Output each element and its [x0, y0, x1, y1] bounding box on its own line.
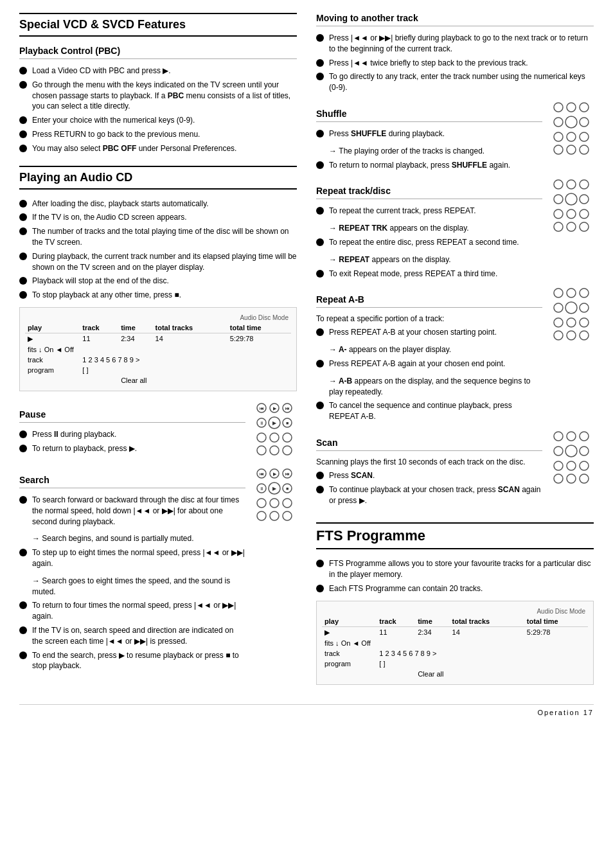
- repeat-ab-intro: To repeat a specific portion of a track:: [316, 314, 542, 323]
- svg-point-71: [580, 331, 589, 340]
- repeat-remote-icon: [549, 177, 594, 240]
- display-header-row: Audio Disc Mode: [25, 313, 291, 323]
- search-item-1: To search forward or backward through th…: [19, 495, 245, 527]
- svg-point-46: [567, 145, 576, 154]
- svg-point-83: [580, 474, 589, 483]
- svg-point-53: [580, 195, 589, 204]
- bullet-icon: [19, 252, 27, 260]
- scan-item-1: Press SCAN.: [316, 470, 542, 481]
- svg-point-51: [554, 195, 563, 204]
- search-item-2: To step up to eight times the normal spe…: [19, 547, 245, 569]
- svg-point-68: [580, 318, 589, 327]
- search-title: Search: [19, 475, 245, 488]
- svg-point-12: [257, 433, 266, 442]
- bullet-icon: [19, 496, 27, 504]
- svg-text:⏭: ⏭: [285, 406, 290, 411]
- bullet-icon: [316, 270, 324, 278]
- repeat-ab-arrow-1: A- appears on the player display.: [329, 344, 542, 355]
- pause-title: Pause: [19, 409, 245, 423]
- svg-text:■: ■: [286, 421, 289, 425]
- svg-point-49: [567, 180, 576, 189]
- svg-point-40: [565, 116, 577, 128]
- svg-text:⏸: ⏸: [260, 486, 264, 491]
- svg-point-57: [554, 222, 563, 231]
- svg-point-43: [567, 132, 576, 141]
- svg-point-48: [554, 180, 563, 189]
- fts-list: FTS Programme allows you to store your f…: [316, 558, 594, 594]
- svg-point-59: [580, 222, 589, 231]
- svg-point-76: [565, 445, 577, 457]
- bullet-icon: [316, 161, 324, 169]
- repeat-ab-item-3: To cancel the sequence and continue play…: [316, 400, 542, 422]
- search-item-4: If the TV is on, search speed and direct…: [19, 625, 245, 647]
- repeat-item-3: To exit Repeat mode, press REPEAT a thir…: [316, 269, 542, 279]
- bullet-icon: [316, 402, 324, 409]
- bullet-icon: [19, 67, 27, 75]
- bullet-icon: [19, 291, 27, 299]
- bullet-icon: [316, 73, 324, 80]
- remote-svg-pause: ⏮ ▶ ⏭ ⏸ ▶ ■: [252, 400, 297, 461]
- scan-remote-icon: [549, 429, 594, 492]
- remote-svg-shuffle: [549, 100, 594, 161]
- pause-remote-icon: ⏮ ▶ ⏭ ⏸ ▶ ■: [252, 400, 297, 463]
- bullet-icon: [19, 227, 27, 235]
- right-column: Moving to another track Press |◄◄ or ▶▶|…: [316, 13, 594, 691]
- pause-list: Press II during playback. To return to p…: [19, 429, 245, 454]
- shuffle-remote-icon: [549, 100, 594, 163]
- search-section: Search To search forward or backward thr…: [19, 466, 297, 678]
- audio-cd-list: After loading the disc, playback starts …: [19, 199, 297, 301]
- audio-item-6: To stop playback at any other time, pres…: [19, 290, 297, 301]
- repeat-ab-list: Press REPEAT A-B at your chosen starting…: [316, 327, 542, 338]
- pause-section: Pause Press II during playback. To retur…: [19, 400, 297, 463]
- bullet-icon: [316, 59, 324, 67]
- audio-item-4: During playback, the current track numbe…: [19, 251, 297, 273]
- bullet-icon: [19, 277, 27, 285]
- bullet-icon: [316, 585, 324, 592]
- svg-point-64: [565, 302, 577, 314]
- repeat-ab-title: Repeat A-B: [316, 294, 542, 308]
- shuffle-list: Press SHUFFLE during playback.: [316, 128, 542, 139]
- search-list-2: To step up to eight times the normal spe…: [19, 547, 245, 569]
- moving-item-1: Press |◄◄ or ▶▶| briefly during playback…: [316, 33, 594, 55]
- section2-title: Playing an Audio CD: [19, 166, 297, 190]
- svg-point-67: [567, 318, 576, 327]
- svg-point-42: [554, 132, 563, 141]
- svg-text:⏮: ⏮: [260, 406, 264, 411]
- bullet-icon: [19, 601, 27, 609]
- repeat-ab-section: Repeat A-B To repeat a specific portion …: [316, 285, 594, 429]
- svg-text:▶: ▶: [272, 420, 277, 426]
- pbc-title: Playback Control (PBC): [19, 46, 297, 59]
- moving-list: Press |◄◄ or ▶▶| briefly during playback…: [316, 33, 594, 93]
- audio-item-2: If the TV is on, the Audio CD screen app…: [19, 212, 297, 223]
- svg-point-75: [554, 447, 563, 456]
- svg-point-41: [580, 118, 589, 127]
- remote-svg-scan: [549, 429, 594, 490]
- search-list-3: To return to four times the normal speed…: [19, 600, 245, 671]
- repeat-ab-arrow-2: A-B appears on the display, and the sequ…: [329, 376, 542, 398]
- remote-svg-repeat-ab: [549, 285, 594, 346]
- bullet-icon: [19, 200, 27, 208]
- svg-point-30: [257, 499, 266, 508]
- svg-point-79: [567, 461, 576, 470]
- fts-item-2: Each FTS Programme can contain 20 tracks…: [316, 583, 594, 594]
- pbc-item-3: Enter your choice with the numerical key…: [19, 115, 297, 126]
- svg-point-44: [580, 132, 589, 141]
- svg-point-70: [567, 331, 576, 340]
- pbc-list: Load a Video CD with PBC and press ▶. Go…: [19, 66, 297, 154]
- bullet-icon: [19, 130, 27, 138]
- svg-point-81: [554, 474, 563, 483]
- svg-point-34: [270, 511, 279, 520]
- repeat-list: To repeat the current track, press REPEA…: [316, 206, 542, 217]
- svg-point-14: [283, 433, 292, 442]
- repeat-ab-item-1: Press REPEAT A-B at your chosen starting…: [316, 327, 542, 338]
- bullet-icon: [316, 472, 324, 479]
- bullet-icon: [19, 430, 27, 438]
- repeat-section: Repeat track/disc To repeat the current …: [316, 177, 594, 285]
- svg-point-63: [554, 303, 563, 312]
- pause-item-2: To return to playback, press ▶.: [19, 443, 245, 454]
- scan-intro: Scanning plays the first 10 seconds of e…: [316, 457, 542, 466]
- bullet-icon: [19, 116, 27, 124]
- svg-text:⏸: ⏸: [260, 421, 264, 425]
- repeat-arrow-2: REPEAT appears on the display.: [329, 254, 542, 265]
- svg-point-37: [567, 103, 576, 112]
